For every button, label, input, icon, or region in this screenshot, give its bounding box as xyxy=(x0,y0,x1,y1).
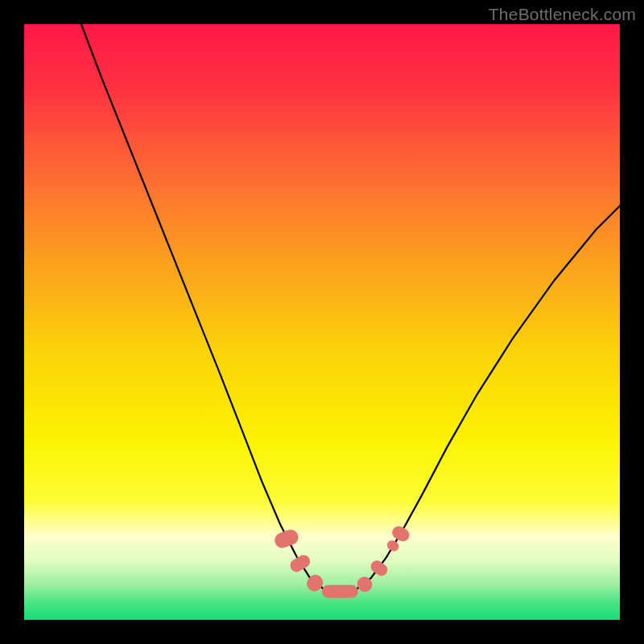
background-gradient xyxy=(24,24,620,620)
plot-area xyxy=(24,24,620,620)
attribution-text: TheBottleneck.com xyxy=(489,5,636,24)
chart-frame: TheBottleneck.com xyxy=(0,0,644,644)
svg-rect-0 xyxy=(24,24,620,620)
data-marker xyxy=(322,585,357,598)
